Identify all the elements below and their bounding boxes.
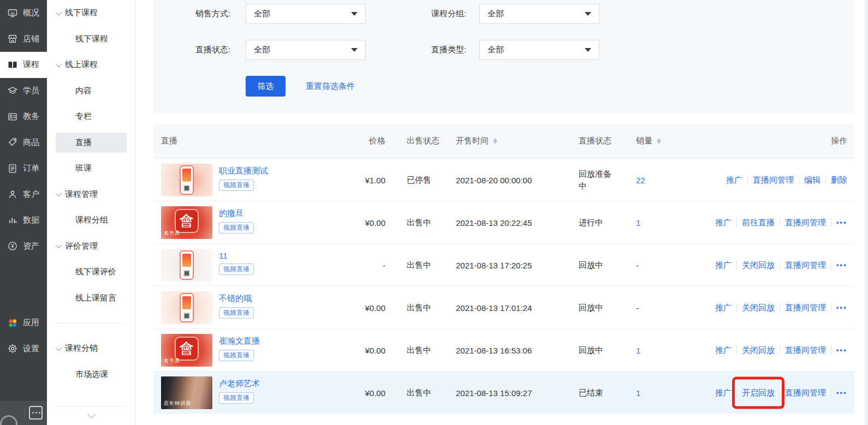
- sidebar-item-data[interactable]: 数据: [0, 207, 47, 234]
- submenu-item-offline-reviews[interactable]: 线下课评价: [47, 259, 135, 285]
- live-type-select[interactable]: 全部: [479, 40, 599, 60]
- action-promote[interactable]: 推广: [715, 217, 732, 228]
- course-thumbnail[interactable]: 會 名书房: [161, 206, 212, 239]
- table-row: 职业直播测试 视频直播 ¥1.00 已停售 2021-08-20 00:00:0…: [153, 158, 854, 201]
- course-thumbnail[interactable]: 店长特训营: [161, 376, 212, 409]
- action-goto-live[interactable]: 前往直播: [742, 217, 775, 228]
- live-type-badge: 视频直播: [219, 179, 254, 191]
- more-apps-icon[interactable]: [29, 406, 43, 420]
- select-value: 全部: [254, 45, 270, 55]
- course-title-link[interactable]: 卢老师艺术: [219, 379, 260, 389]
- action-promote[interactable]: 推广: [715, 260, 732, 270]
- start-time-cell: 2021-08-13 15:09:27: [456, 388, 532, 397]
- sidebar-item-overview[interactable]: 概况: [0, 0, 47, 26]
- course-title-link[interactable]: 不错的哦: [219, 294, 252, 304]
- submenu-collapse-button[interactable]: [47, 411, 135, 418]
- action-separator: [831, 303, 831, 312]
- action-promote[interactable]: 推广: [715, 345, 732, 355]
- submenu-item-class[interactable]: 班课: [47, 155, 135, 182]
- phone-mockup: [180, 165, 194, 195]
- action-more[interactable]: •••: [836, 389, 847, 397]
- action-delete[interactable]: 删除: [831, 175, 847, 185]
- action-close-replay[interactable]: 关闭回放: [742, 260, 775, 270]
- col-start-time[interactable]: 开售时间: [456, 124, 497, 158]
- submenu-group-review-management[interactable]: 评价管理: [47, 234, 135, 260]
- scrollbar-track[interactable]: [865, 0, 868, 425]
- action-separator: [780, 261, 780, 269]
- search-icon[interactable]: [0, 415, 17, 425]
- sidebar-item-label: 店铺: [23, 34, 39, 44]
- action-more[interactable]: •••: [836, 346, 847, 354]
- course-group-select[interactable]: 全部: [479, 4, 599, 24]
- action-manage-room[interactable]: 直播间管理: [785, 387, 826, 398]
- sidebar-item-apps[interactable]: 应用: [0, 310, 47, 336]
- sidebar-item-customers[interactable]: 客户: [0, 182, 47, 208]
- submenu-group-course-distribution[interactable]: 课程分销: [47, 336, 135, 362]
- sort-icon[interactable]: [657, 138, 661, 144]
- action-more[interactable]: •••: [836, 219, 847, 226]
- sidebar-item-label: 概况: [23, 8, 39, 18]
- sidebar-item-label: 商品: [23, 137, 39, 148]
- action-manage-room[interactable]: 直播间管理: [785, 217, 826, 228]
- course-thumbnail[interactable]: 會 名书房: [161, 334, 212, 367]
- sidebar-item-assets[interactable]: 资产: [0, 234, 47, 260]
- action-manage-room[interactable]: 直播间管理: [785, 260, 826, 270]
- submenu-group-course-management[interactable]: 课程管理: [47, 182, 135, 208]
- id-card-icon: [7, 111, 18, 122]
- sales-count-link[interactable]: 1: [636, 345, 640, 355]
- submenu-item-online-comments[interactable]: 线上课留言: [47, 285, 135, 312]
- action-separator: [799, 176, 799, 184]
- sales-count-link[interactable]: 1: [636, 218, 640, 227]
- submenu-group-online-courses[interactable]: 线上课程: [47, 52, 135, 78]
- live-status-select[interactable]: 全部: [246, 40, 366, 60]
- sale-method-select[interactable]: 全部: [246, 4, 366, 24]
- dropdown-caret-icon: [351, 48, 358, 52]
- action-more[interactable]: •••: [836, 304, 847, 312]
- sales-count-link[interactable]: 1: [636, 388, 640, 397]
- course-thumbnail[interactable]: [161, 249, 212, 282]
- course-title-link[interactable]: 崔瀚文直播: [219, 336, 260, 346]
- action-promote[interactable]: 推广: [715, 387, 732, 398]
- sidebar-item-courses[interactable]: 课程: [0, 52, 47, 78]
- sale-status-cell: 出售中: [407, 345, 431, 355]
- action-manage-room[interactable]: 直播间管理: [753, 175, 794, 185]
- course-thumbnail[interactable]: [161, 164, 212, 196]
- action-promote[interactable]: 推广: [715, 302, 732, 313]
- sidebar-item-goods[interactable]: 商品: [0, 130, 47, 156]
- submenu-item-content[interactable]: 内容: [47, 78, 135, 104]
- course-title-link[interactable]: 职业直播测试: [219, 166, 268, 176]
- sort-icon[interactable]: [493, 138, 497, 144]
- action-edit[interactable]: 编辑: [804, 175, 821, 185]
- course-title-link[interactable]: 11: [219, 251, 228, 260]
- course-title-link[interactable]: 的撒旦: [219, 208, 243, 219]
- sidebar-item-academic[interactable]: 教务: [0, 104, 47, 130]
- dropdown-caret-icon: [351, 12, 358, 16]
- sidebar-item-shop[interactable]: 店铺: [0, 26, 47, 52]
- action-manage-room[interactable]: 直播间管理: [785, 345, 826, 355]
- submenu-item-course-groups[interactable]: 课程分组: [47, 207, 135, 234]
- action-promote[interactable]: 推广: [726, 175, 742, 185]
- submenu-group-offline-courses[interactable]: 线下课程: [47, 0, 135, 26]
- sidebar-item-orders[interactable]: 订单: [0, 155, 47, 182]
- action-more[interactable]: •••: [836, 261, 847, 269]
- submenu-item-column[interactable]: 专栏: [47, 104, 135, 130]
- price-cell: ¥0.00: [334, 345, 385, 355]
- sales-count-link[interactable]: 22: [636, 175, 645, 184]
- filter-label-course-group: 课程分组:: [431, 9, 466, 19]
- action-open-replay[interactable]: 开启回放: [742, 387, 775, 398]
- select-value: 全部: [487, 9, 504, 19]
- submenu-item-offline-courses[interactable]: 线下课程: [47, 26, 135, 52]
- action-close-replay[interactable]: 关闭回放: [742, 345, 775, 355]
- submenu-item-live[interactable]: 直播: [47, 130, 135, 156]
- filter-panel: 销售方式: 全部 课程分组: 全部 直播状态: 全部 直播类型: 全部 筛选 重…: [153, 0, 854, 113]
- col-sales[interactable]: 销量: [636, 124, 661, 158]
- col-sale-status: 出售状态: [407, 124, 439, 158]
- course-thumbnail[interactable]: [161, 291, 212, 324]
- action-manage-room[interactable]: 直播间管理: [785, 302, 826, 313]
- submenu-item-market-courses[interactable]: 市场选课: [47, 362, 135, 388]
- sidebar-item-settings[interactable]: 设置: [0, 336, 47, 362]
- sidebar-item-students[interactable]: 学员: [0, 78, 47, 104]
- reset-filters-link[interactable]: 重置筛选条件: [306, 81, 355, 92]
- action-close-replay[interactable]: 关闭回放: [742, 302, 775, 313]
- filter-submit-button[interactable]: 筛选: [246, 76, 286, 97]
